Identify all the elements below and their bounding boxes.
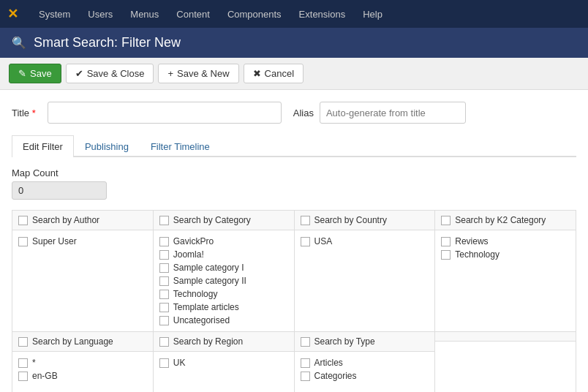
search-item: GavickPro	[159, 235, 288, 248]
search-col-header-text-2: Search by Country	[314, 215, 387, 225]
item-checkbox-2-0[interactable]	[301, 358, 310, 368]
nav-content[interactable]: Content	[167, 3, 219, 26]
nav-system[interactable]: System	[30, 3, 79, 26]
nav-help[interactable]: Help	[354, 3, 391, 26]
title-label: Title	[12, 108, 36, 118]
item-checkbox-1-4[interactable]	[159, 290, 169, 299]
item-checkbox-0-0[interactable]	[18, 358, 28, 368]
search-col-1: Search by CategoryGavickProJoomla!Sample…	[154, 211, 295, 332]
cancel-button[interactable]: ✖ Cancel	[244, 64, 304, 83]
form-title-row: Title Alias	[12, 102, 576, 124]
item-label: Sample category II	[173, 276, 246, 286]
tabs-container: Edit Filter Publishing Filter Timeline	[12, 135, 576, 157]
search-item: UK	[159, 356, 288, 369]
item-label: Categories	[314, 371, 357, 381]
item-checkbox-1-6[interactable]	[159, 316, 169, 325]
save-new-button[interactable]: + Save & New	[158, 64, 238, 83]
item-checkbox-1-5[interactable]	[159, 303, 169, 312]
toolbar: ✎ Save ✔ Save & Close + Save & New ✖ Can…	[0, 58, 588, 90]
item-checkbox-0-0[interactable]	[18, 237, 28, 246]
search-col-header-text-3: Search by K2 Category	[455, 215, 546, 225]
save-check-icon: ✎	[18, 68, 26, 79]
item-checkbox-1-0[interactable]	[159, 358, 169, 368]
navbar: ✕ System Users Menus Content Components …	[0, 0, 588, 28]
map-count-group: Map Count 0	[12, 167, 576, 200]
search-icon: 🔍	[12, 36, 26, 50]
search-col-items-2: ArticlesCategories	[295, 352, 435, 392]
alias-label: Alias	[293, 108, 314, 118]
col-header-checkbox-3[interactable]	[441, 216, 451, 225]
map-count-label: Map Count	[12, 167, 576, 178]
item-checkbox-1-3[interactable]	[159, 276, 169, 286]
search-col-header-text-0: Search by Language	[32, 336, 113, 347]
search-col-header-0: Search by Author	[12, 211, 153, 230]
save-label: Save	[30, 68, 52, 79]
nav-components[interactable]: Components	[219, 3, 290, 26]
search-col-items-3: ReviewsTechnology	[435, 230, 576, 274]
col-header-checkbox-2[interactable]	[301, 216, 310, 225]
search-grid-top: Search by AuthorSuper UserSearch by Cate…	[12, 210, 576, 332]
search-col-header-1: Search by Region	[154, 332, 294, 352]
search-col-0: Search by Language*en-GB	[12, 332, 154, 392]
item-checkbox-0-1[interactable]	[18, 372, 28, 381]
item-checkbox-1-2[interactable]	[159, 263, 169, 273]
search-item: Technology	[441, 248, 570, 261]
search-col-header-3	[435, 332, 576, 342]
search-col-header-2: Search by Type	[295, 332, 435, 352]
search-item: *	[18, 356, 147, 369]
tab-publishing[interactable]: Publishing	[74, 135, 140, 157]
nav-users[interactable]: Users	[79, 3, 121, 26]
checkmark-icon: ✔	[75, 68, 83, 79]
col-header-checkbox-0[interactable]	[18, 216, 28, 225]
item-checkbox-2-1[interactable]	[301, 372, 310, 381]
item-checkbox-3-0[interactable]	[441, 237, 451, 246]
item-checkbox-1-0[interactable]	[159, 237, 169, 246]
search-col-items-0: Super User	[12, 230, 153, 274]
search-item: Super User	[18, 235, 147, 248]
search-item: en-GB	[18, 369, 147, 382]
item-label: Joomla!	[173, 249, 204, 260]
search-col-items-0: *en-GB	[12, 352, 153, 392]
search-item: Joomla!	[159, 248, 288, 261]
item-label: USA	[314, 236, 333, 246]
item-label: *	[32, 358, 36, 368]
title-input[interactable]	[48, 102, 282, 124]
item-label: Articles	[314, 358, 343, 368]
nav-extensions[interactable]: Extensions	[290, 3, 355, 26]
search-col-3	[435, 332, 576, 392]
search-item: Template articles	[159, 301, 288, 314]
tab-filter-timeline[interactable]: Filter Timeline	[140, 135, 221, 157]
item-label: Technology	[173, 289, 218, 299]
brand-logo: ✕	[7, 6, 18, 22]
page-title: Smart Search: Filter New	[34, 35, 181, 50]
col-header-checkbox-1[interactable]	[159, 216, 169, 225]
save-button[interactable]: ✎ Save	[9, 64, 61, 83]
item-label: GavickPro	[173, 236, 214, 246]
search-col-items-1: UK	[154, 352, 294, 392]
item-label: Sample category I	[173, 263, 244, 273]
col-header-checkbox-0[interactable]	[18, 337, 28, 347]
nav-menus[interactable]: Menus	[121, 3, 167, 26]
tab-edit-filter[interactable]: Edit Filter	[12, 135, 74, 157]
col-header-checkbox-2[interactable]	[301, 337, 310, 347]
alias-input[interactable]	[320, 102, 466, 124]
map-count-value: 0	[12, 181, 107, 200]
search-item: Uncategorised	[159, 314, 288, 327]
search-col-header-text-0: Search by Author	[32, 215, 99, 225]
search-item: Technology	[159, 287, 288, 301]
search-col-items-2: USA	[295, 230, 435, 274]
save-close-button[interactable]: ✔ Save & Close	[66, 64, 154, 83]
search-col-header-text-2: Search by Type	[314, 336, 375, 347]
cancel-icon: ✖	[253, 68, 261, 79]
item-checkbox-3-1[interactable]	[441, 250, 451, 260]
item-label: Reviews	[455, 236, 488, 246]
item-checkbox-2-0[interactable]	[301, 237, 310, 246]
search-item: Sample category II	[159, 274, 288, 287]
search-col-header-1: Search by Category	[154, 211, 294, 230]
save-new-label: Save & New	[177, 68, 230, 79]
search-col-2: Search by CountryUSA	[295, 211, 436, 332]
item-checkbox-1-1[interactable]	[159, 250, 169, 260]
col-header-checkbox-1[interactable]	[159, 337, 169, 347]
item-label: Uncategorised	[173, 315, 230, 325]
search-col-0: Search by AuthorSuper User	[12, 211, 154, 332]
